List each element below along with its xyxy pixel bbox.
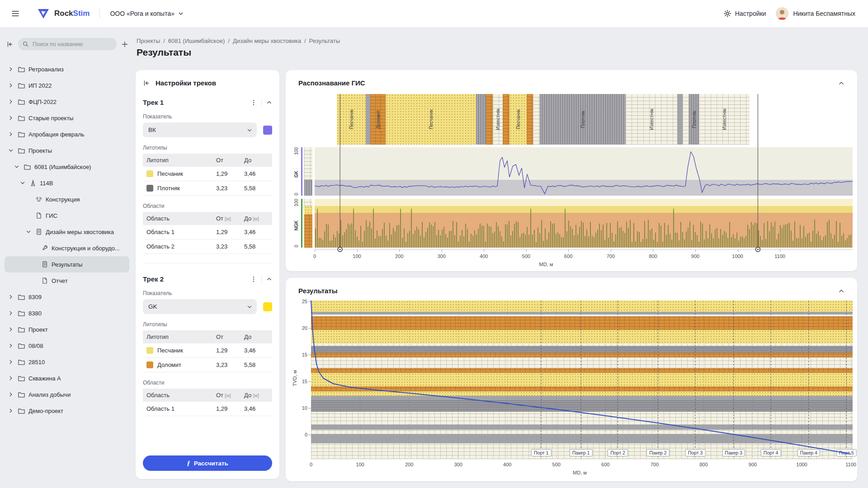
sidebar-item[interactable]: 8380	[5, 305, 129, 321]
folder-icon	[24, 163, 31, 171]
lithotype-row: Песчаник 1,29 3,46	[143, 167, 272, 181]
sidebar-collapse-icon[interactable]	[6, 41, 14, 48]
x-tick-mark	[526, 249, 527, 252]
panel-collapse-left-icon[interactable]	[143, 80, 150, 87]
lithology-segment: Плотняк	[689, 94, 699, 145]
sidebar-item[interactable]: Проект	[5, 321, 129, 338]
sidebar-item[interactable]: Проекты	[5, 142, 129, 159]
search-input[interactable]	[32, 41, 112, 48]
search-box[interactable]	[18, 38, 117, 50]
sidebar-item[interactable]: Скважина А	[5, 370, 129, 386]
y-tick-label: 0	[292, 432, 307, 437]
lithology-segment	[366, 94, 370, 145]
track-title: Трек 1	[143, 99, 164, 106]
x-tick-label: 0	[313, 253, 316, 259]
lithotype-name: Доломит	[157, 361, 181, 368]
lithology-segment: Плотняк	[540, 94, 626, 145]
tree-chevron-icon	[7, 66, 14, 73]
sidebar-item[interactable]: 8309	[5, 289, 129, 305]
sidebar-item[interactable]: Ретроанализ	[5, 61, 129, 77]
sidebar-item[interactable]: 6081 (Ишимбайское)	[5, 159, 129, 175]
result-layer	[311, 368, 853, 373]
x-tick-label: 1100	[845, 462, 856, 467]
tree-chevron-icon	[7, 375, 14, 382]
y-tick-label: 15	[292, 379, 307, 384]
lithology-label: Известняк	[495, 108, 500, 130]
sidebar-item[interactable]: ГИС	[5, 207, 129, 224]
sidebar-item[interactable]: Отчет	[5, 272, 129, 289]
sidebar-item[interactable]: 114В	[5, 175, 129, 191]
sidebar-item[interactable]: ФЦП-2022	[5, 94, 129, 110]
sidebar-item[interactable]: Дизайн меры хвостовика	[5, 224, 129, 240]
topbar: RockStim ООО «Рога и копыта» Настройки Н…	[0, 0, 868, 27]
sidebar-item-label: Демо-проект	[28, 408, 63, 414]
settings-button[interactable]: Настройки	[723, 9, 766, 18]
track-collapse-icon[interactable]	[266, 99, 272, 105]
sidebar-item[interactable]: Апробация февраль	[5, 126, 129, 142]
calculate-button[interactable]: ƒРассчитать	[143, 455, 272, 471]
doc-icon	[41, 261, 48, 268]
lithotype-to: 3,46	[244, 170, 272, 177]
folder-icon	[18, 407, 25, 415]
lithotype-from: 1,29	[216, 170, 244, 177]
folder-icon	[18, 82, 25, 89]
chevron-down-icon	[178, 11, 184, 16]
result-layer	[311, 391, 853, 396]
chevron-down-icon	[247, 304, 252, 310]
indicator-select[interactable]: GK	[143, 299, 257, 314]
track-band	[315, 199, 853, 206]
track-color-chip[interactable]	[263, 126, 272, 135]
user-avatar[interactable]	[776, 7, 788, 20]
sidebar-item[interactable]: Демо-проект	[5, 403, 129, 419]
lithology-segment: Известняк	[699, 94, 750, 145]
area-to: 3,46	[244, 229, 272, 235]
sidebar-item[interactable]: Старые проекты	[5, 110, 129, 126]
table-header: ЛитотипОтДо	[143, 154, 272, 167]
lithology-segment: Известняк	[626, 94, 677, 145]
track-menu-icon[interactable]	[250, 276, 257, 282]
area-row: Область 2 3,23 5,58	[143, 239, 272, 254]
sidebar-item[interactable]: Результаты	[5, 256, 129, 272]
add-project-button[interactable]	[121, 41, 128, 48]
lithotype-name: Песчаник	[157, 170, 183, 177]
track-settings-panel: Настройки треков Трек 1 Показатель ВК Ли…	[136, 70, 279, 479]
gis-collapse-icon[interactable]	[838, 80, 844, 86]
sidebar-item[interactable]: Конструкция	[5, 191, 129, 207]
project-tree: РетроанализИП 2022ФЦП-2022Старые проекты…	[0, 55, 134, 419]
hamburger-menu-icon[interactable]	[11, 9, 20, 18]
lithotype-from: 3,23	[216, 361, 244, 368]
result-layer	[311, 396, 853, 400]
sidebar-item[interactable]: Анализ добычи	[5, 386, 129, 403]
lithology-label: Песчаник	[429, 109, 434, 129]
breadcrumb-item[interactable]: Результаты	[309, 38, 340, 44]
indicator-select[interactable]: ВК	[143, 122, 257, 137]
x-tick-mark	[357, 249, 358, 252]
breadcrumb-item[interactable]: Проекты	[137, 38, 160, 44]
x-tick-mark	[399, 249, 400, 252]
sidebar-item[interactable]: 08/08	[5, 338, 129, 354]
sidebar-item[interactable]: 28510	[5, 354, 129, 370]
results-panel-title: Результаты	[298, 287, 337, 295]
org-selector[interactable]: ООО «Рога и копыта»	[110, 10, 184, 17]
breadcrumb-item[interactable]: Дизайн меры хвостовика	[233, 38, 301, 44]
tree-chevron-icon	[7, 391, 14, 398]
x-axis-label: MD, м	[539, 262, 553, 267]
results-collapse-icon[interactable]	[838, 288, 844, 294]
track-color-chip[interactable]	[263, 302, 272, 311]
tree-chevron-icon	[19, 179, 26, 187]
y-tick-mark	[308, 435, 311, 435]
track-collapse-icon[interactable]	[266, 276, 272, 282]
result-layer	[311, 400, 853, 412]
x-tick-label: 200	[405, 462, 413, 467]
sidebar-item[interactable]: Конструкция и оборудо...	[5, 240, 129, 256]
sidebar-item[interactable]: ИП 2022	[5, 77, 129, 94]
lithotype-from: 3,23	[216, 185, 244, 192]
tree-chevron-icon	[7, 293, 14, 300]
user-name[interactable]: Никита Беспамятных	[793, 10, 855, 17]
track-menu-icon[interactable]	[250, 99, 257, 106]
breadcrumb-item[interactable]: 6081 (Ишимбайское)	[168, 38, 225, 44]
y-tick-label: 10	[292, 405, 307, 411]
port-label: Порт 1	[531, 449, 552, 456]
breadcrumb-separator: /	[304, 38, 306, 44]
areas-table: ОбластьОт[м]До[м] Область 1 1,29 3,46 Об…	[143, 212, 272, 254]
